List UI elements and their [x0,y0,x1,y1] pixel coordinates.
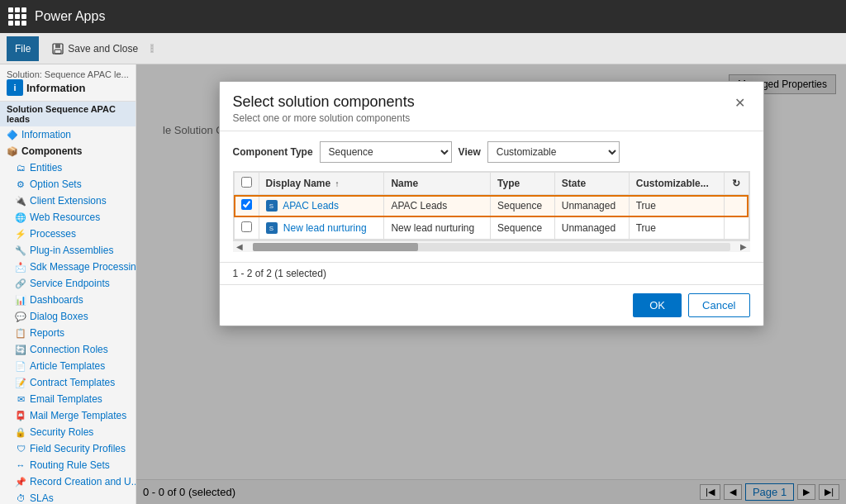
row2-checkbox[interactable] [241,221,252,232]
toolbar: File Save and Close ⋮ [0,33,846,64]
reports-icon: 📋 [15,327,26,339]
waffle-icon[interactable] [8,7,26,26]
sla-icon: ⏱ [15,492,26,504]
th-state[interactable]: State [554,173,629,195]
th-name[interactable]: Name [384,173,491,195]
row2-display-name-text: New lead nurturing [283,222,367,234]
horizontal-scrollbar[interactable]: ◀ ▶ [233,240,750,252]
th-refresh[interactable]: ↻ [724,173,749,195]
file-button[interactable]: File [7,36,39,61]
sidebar-item-slas[interactable]: ⏱ SLAs [0,490,135,504]
th-display-name[interactable]: Display Name ↑ [259,173,384,195]
row1-name: APAC Leads [384,195,491,217]
th-customizable[interactable]: Customizable... [629,173,724,195]
top-bar: Power Apps [0,0,846,33]
routing-icon: ↔ [15,459,26,471]
sidebar-item-service-endpoints[interactable]: 🔗 Service Endpoints [0,275,135,292]
sidebar-item-client-extensions[interactable]: 🔌 Client Extensions [0,193,135,209]
email-icon: ✉ [15,393,26,405]
row1-sequence-icon: S [266,200,278,212]
sidebar-item-option-sets[interactable]: ⚙ Option Sets [0,176,135,193]
sidebar-label-option-sets: Option Sets [30,178,82,190]
sidebar-item-dialog-boxes[interactable]: 💬 Dialog Boxes [0,308,135,325]
th-state-label: State [562,178,586,189]
scroll-right-button[interactable]: ▶ [737,242,750,251]
article-icon: 📄 [15,360,26,372]
contract-icon: 📝 [15,377,26,388]
table-container: Display Name ↑ Name Type [233,171,750,240]
save-close-button[interactable]: Save and Close [44,38,145,59]
modal-subtitle: Select one or more solution components [233,112,415,124]
sidebar-item-mail-merge-templates[interactable]: 📮 Mail Merge Templates [0,407,135,424]
row2-checkbox-cell [234,217,259,240]
th-type[interactable]: Type [491,173,555,195]
sidebar-label-components: Components [21,145,82,157]
filter-row: Component Type Sequence View Customizabl… [233,141,750,163]
dashboards-icon: 📊 [15,294,26,306]
row2-state: Unmanaged [554,217,629,240]
svg-rect-2 [55,50,61,54]
sidebar-item-plugin-assemblies[interactable]: 🔧 Plug-in Assemblies [0,242,135,259]
sidebar-item-connection-roles[interactable]: 🔄 Connection Roles [0,341,135,358]
sidebar-label-conn-roles: Connection Roles [30,344,108,355]
row1-customizable: True [629,195,724,217]
sidebar-label-entities: Entities [30,162,62,174]
component-type-select[interactable]: Sequence [320,141,452,163]
mail-merge-icon: 📮 [15,410,26,421]
sidebar-item-information[interactable]: 🔷 Information [0,126,135,143]
sidebar-item-field-security[interactable]: 🛡 Field Security Profiles [0,440,135,457]
sidebar-item-components[interactable]: 📦 Components [0,143,135,159]
ok-button[interactable]: OK [633,293,682,317]
scrollbar-thumb[interactable] [253,243,418,251]
modal-status: 1 - 2 of 2 (1 selected) [220,262,763,284]
client-ext-icon: 🔌 [15,195,26,207]
sidebar-item-sdk-message[interactable]: 📩 Sdk Message Processin... [0,259,135,275]
row1-state: Unmanaged [554,195,629,217]
sidebar-item-security-roles[interactable]: 🔒 Security Roles [0,424,135,440]
view-select[interactable]: Customizable [487,141,620,163]
modal-dialog: Select solution components Select one or… [219,81,764,326]
section-header[interactable]: Solution Sequence APAC leads [0,102,135,126]
app-title: Power Apps [35,9,105,24]
sidebar-item-email-templates[interactable]: ✉ Email Templates [0,391,135,407]
refresh-header-icon: ↻ [732,178,740,189]
sidebar-label-information: Information [21,129,71,140]
data-table: Display Name ↑ Name Type [234,172,749,240]
conn-roles-icon: 🔄 [15,344,26,355]
modal-close-button[interactable]: ✕ [730,93,750,112]
row1-checkbox[interactable] [241,199,252,210]
sidebar-item-entities[interactable]: 🗂 Entities [0,159,135,176]
row2-type: Sequence [491,217,555,240]
view-label: View [459,146,481,158]
th-name-label: Name [391,178,418,189]
components-icon: 📦 [7,145,18,157]
sidebar-label-dashboards: Dashboards [30,294,83,306]
modal-footer: OK Cancel [220,284,763,326]
sidebar-label-web-res: Web Resources [30,212,100,223]
row2-empty [724,217,749,240]
sidebar-label-article: Article Templates [30,360,105,372]
table-row[interactable]: S APAC Leads APAC Leads Sequence Unmanag… [234,195,749,217]
sidebar-label-reports: Reports [30,327,64,339]
dialog-icon: 💬 [15,311,26,322]
sidebar-item-article-templates[interactable]: 📄 Article Templates [0,358,135,374]
sidebar-item-web-resources[interactable]: 🌐 Web Resources [0,209,135,226]
sidebar-item-processes[interactable]: ⚡ Processes [0,226,135,242]
svg-rect-1 [55,44,60,48]
modal-title: Select solution components [233,93,415,111]
select-all-checkbox[interactable] [241,177,252,188]
table-row[interactable]: S New lead nurturing New lead nurturing … [234,217,749,240]
row1-display-name: S APAC Leads [259,195,384,217]
sdk-icon: 📩 [15,261,26,273]
sidebar-item-record-creation[interactable]: 📌 Record Creation and U... [0,473,135,490]
sidebar-label-mail-merge: Mail Merge Templates [30,410,126,421]
sidebar-item-dashboards[interactable]: 📊 Dashboards [0,292,135,308]
sidebar-item-reports[interactable]: 📋 Reports [0,325,135,341]
sidebar-item-routing-rules[interactable]: ↔ Routing Rule Sets [0,457,135,473]
row2-name: New lead nurturing [384,217,491,240]
cancel-button[interactable]: Cancel [688,293,749,317]
sidebar: Solution: Sequence APAC le... i Informat… [0,64,136,504]
scroll-left-button[interactable]: ◀ [233,242,246,251]
sidebar-item-contract-templates[interactable]: 📝 Contract Templates [0,374,135,391]
th-customizable-label: Customizable... [636,178,709,189]
